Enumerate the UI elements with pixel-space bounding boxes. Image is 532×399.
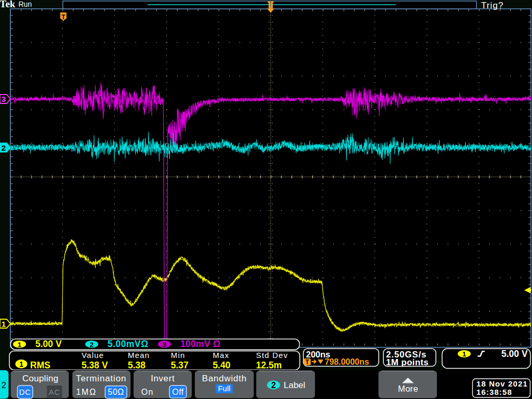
svg-text:Bandwidth: Bandwidth — [202, 374, 247, 383]
svg-text:798.0000ns: 798.0000ns — [325, 357, 369, 366]
svg-text:5.00 V: 5.00 V — [35, 339, 62, 349]
svg-text:Termination: Termination — [76, 374, 126, 383]
svg-text:Min: Min — [171, 351, 185, 360]
svg-text:12.5m: 12.5m — [256, 360, 282, 370]
svg-text:2: 2 — [271, 381, 276, 390]
svg-text:1MΩ: 1MΩ — [76, 388, 97, 396]
svg-text:Invert: Invert — [151, 374, 175, 383]
svg-text:2: 2 — [2, 381, 6, 390]
svg-text:100mV Ω: 100mV Ω — [180, 339, 220, 349]
svg-text:T: T — [61, 14, 65, 21]
svg-text:5.38: 5.38 — [128, 360, 145, 370]
svg-text:T: T — [305, 358, 310, 366]
svg-text:2: 2 — [90, 341, 94, 349]
svg-text:On: On — [141, 388, 154, 396]
svg-text:50Ω: 50Ω — [108, 388, 124, 396]
svg-text:5.40: 5.40 — [212, 360, 230, 370]
svg-text:DC: DC — [19, 388, 31, 396]
svg-text:5.00mVΩ: 5.00mVΩ — [108, 339, 149, 349]
svg-text:Mean: Mean — [128, 351, 150, 360]
svg-text:2: 2 — [2, 143, 6, 152]
svg-text:3: 3 — [163, 341, 167, 349]
svg-text:Coupling: Coupling — [22, 374, 59, 383]
svg-text:Max: Max — [212, 351, 229, 360]
svg-text:1: 1 — [19, 360, 23, 368]
svg-text:Run: Run — [19, 0, 32, 8]
svg-text:1: 1 — [462, 350, 467, 358]
svg-text:18 Nov 2021: 18 Nov 2021 — [476, 379, 528, 388]
svg-text:5.37: 5.37 — [171, 360, 189, 370]
svg-text:3: 3 — [2, 95, 6, 103]
svg-text:1: 1 — [2, 320, 6, 328]
svg-text:More: More — [398, 384, 418, 393]
svg-text:5.00 V: 5.00 V — [501, 349, 528, 359]
svg-text:Std Dev: Std Dev — [256, 351, 288, 360]
svg-text:1: 1 — [18, 341, 22, 349]
svg-text:Full: Full — [218, 384, 230, 393]
svg-text:AC: AC — [49, 388, 60, 396]
svg-text:16:38:58: 16:38:58 — [476, 388, 512, 396]
svg-text:Value: Value — [82, 351, 104, 360]
svg-text:Trig?: Trig? — [481, 1, 504, 10]
svg-text:Tek: Tek — [0, 0, 16, 9]
svg-text:Off: Off — [172, 388, 184, 396]
svg-text:1M points: 1M points — [386, 357, 429, 367]
svg-text:5.38 V: 5.38 V — [82, 360, 108, 370]
svg-text:Label: Label — [284, 380, 305, 390]
svg-text:RMS: RMS — [30, 360, 50, 370]
